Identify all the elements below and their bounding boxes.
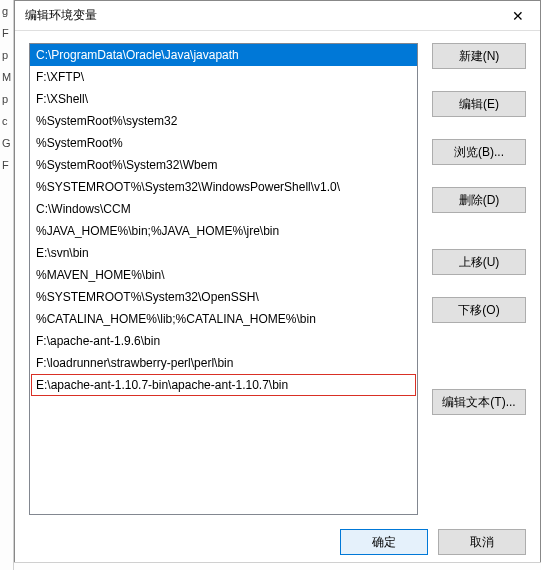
bg-char: G [0,132,13,154]
list-item[interactable]: F:\apache-ant-1.9.6\bin [30,330,417,352]
path-listbox[interactable]: C:\ProgramData\Oracle\Java\javapathF:\XF… [29,43,418,515]
background-bottom-strip [14,562,541,570]
edit-button[interactable]: 编辑(E) [432,91,526,117]
bg-char: g [0,0,13,22]
side-button-panel: 新建(N) 编辑(E) 浏览(B)... 删除(D) 上移(U) 下移(O) 编… [432,43,526,515]
bg-char: F [0,154,13,176]
bg-char: p [0,88,13,110]
list-item[interactable]: F:\XShell\ [30,88,417,110]
list-item[interactable]: %SYSTEMROOT%\System32\OpenSSH\ [30,286,417,308]
dialog-content: C:\ProgramData\Oracle\Java\javapathF:\XF… [15,31,540,515]
cancel-button[interactable]: 取消 [438,529,526,555]
dialog-footer: 确定 取消 [15,515,540,569]
bg-char: F [0,22,13,44]
bg-char: M [0,66,13,88]
delete-button[interactable]: 删除(D) [432,187,526,213]
list-item[interactable]: C:\ProgramData\Oracle\Java\javapath [30,44,417,66]
move-up-button[interactable]: 上移(U) [432,249,526,275]
new-button[interactable]: 新建(N) [432,43,526,69]
bg-char: p [0,44,13,66]
list-item[interactable]: F:\XFTP\ [30,66,417,88]
list-item[interactable]: %SystemRoot%\System32\Wbem [30,154,417,176]
list-item[interactable]: %SYSTEMROOT%\System32\WindowsPowerShell\… [30,176,417,198]
list-item[interactable]: %MAVEN_HOME%\bin\ [30,264,417,286]
close-button[interactable]: ✕ [495,1,540,31]
dialog-window: 编辑环境变量 ✕ C:\ProgramData\Oracle\Java\java… [14,0,541,570]
dialog-title: 编辑环境变量 [25,7,97,24]
move-down-button[interactable]: 下移(O) [432,297,526,323]
edit-text-button[interactable]: 编辑文本(T)... [432,389,526,415]
list-item[interactable]: E:\svn\bin [30,242,417,264]
close-icon: ✕ [512,8,524,24]
list-item[interactable]: E:\apache-ant-1.10.7-bin\apache-ant-1.10… [30,374,417,396]
list-item[interactable]: %SystemRoot%\system32 [30,110,417,132]
list-item[interactable]: %CATALINA_HOME%\lib;%CATALINA_HOME%\bin [30,308,417,330]
ok-button[interactable]: 确定 [340,529,428,555]
titlebar: 编辑环境变量 ✕ [15,1,540,31]
browse-button[interactable]: 浏览(B)... [432,139,526,165]
bg-char: c [0,110,13,132]
list-item[interactable]: %JAVA_HOME%\bin;%JAVA_HOME%\jre\bin [30,220,417,242]
background-window-strip: gFpMpcGF [0,0,14,570]
list-item[interactable]: %SystemRoot% [30,132,417,154]
list-item[interactable]: F:\loadrunner\strawberry-perl\perl\bin [30,352,417,374]
list-item[interactable]: C:\Windows\CCM [30,198,417,220]
